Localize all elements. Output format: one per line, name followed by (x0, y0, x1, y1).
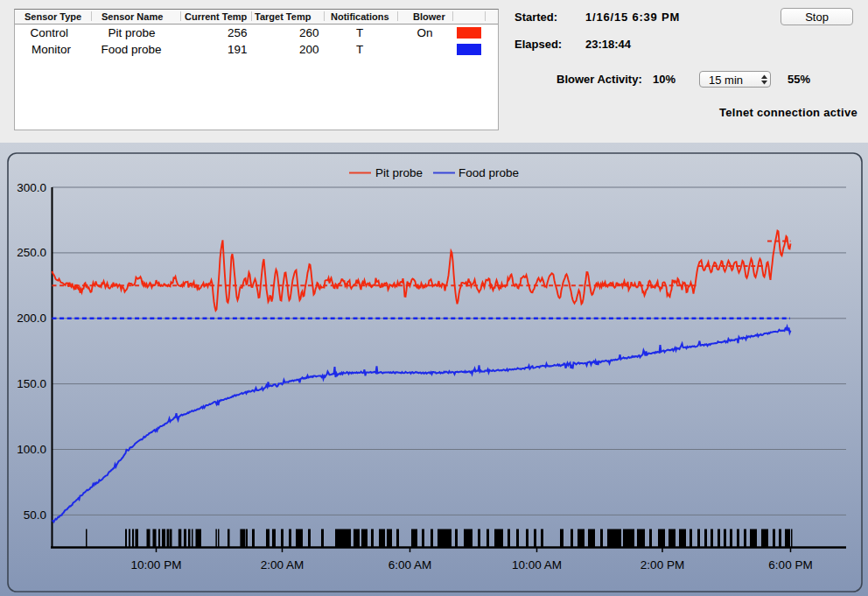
svg-text:10:00 AM: 10:00 AM (512, 558, 562, 571)
svg-text:2:00 AM: 2:00 AM (261, 558, 304, 571)
svg-text:6:00 AM: 6:00 AM (388, 558, 432, 571)
svg-text:50.0: 50.0 (24, 508, 46, 522)
svg-text:6:00 PM: 6:00 PM (768, 558, 812, 571)
svg-text:Food probe: Food probe (458, 166, 519, 179)
svg-text:150.0: 150.0 (17, 377, 46, 390)
svg-text:200.0: 200.0 (17, 312, 46, 325)
svg-text:Pit probe: Pit probe (375, 166, 423, 179)
svg-text:100.0: 100.0 (17, 443, 46, 456)
svg-text:250.0: 250.0 (17, 246, 46, 259)
svg-text:300.0: 300.0 (17, 181, 46, 194)
svg-text:10:00 PM: 10:00 PM (131, 558, 182, 571)
svg-text:2:00 PM: 2:00 PM (640, 558, 684, 571)
